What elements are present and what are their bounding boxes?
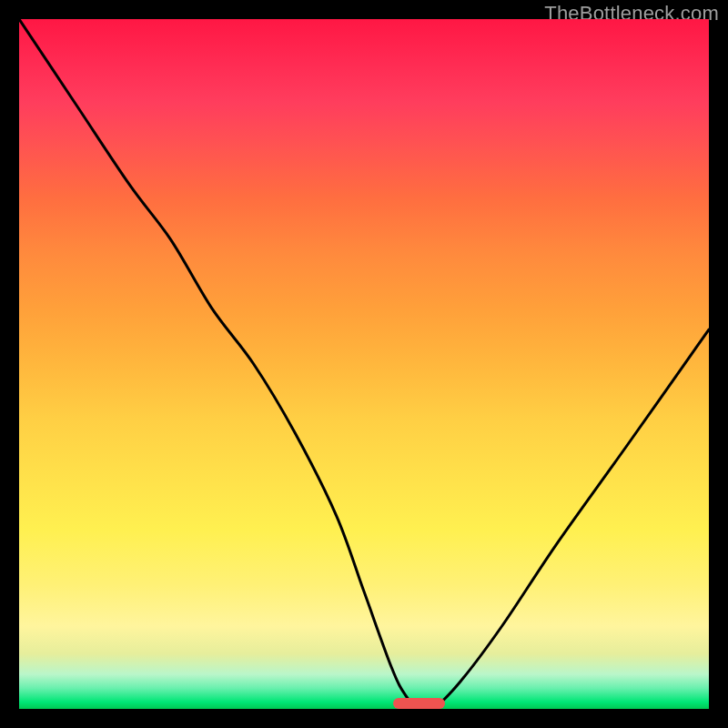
- chart-frame: TheBottleneck.com: [0, 0, 728, 728]
- bottleneck-curve: [19, 19, 709, 709]
- plot-area: [19, 19, 709, 709]
- curve-svg: [19, 19, 709, 709]
- optimum-marker: [393, 698, 445, 709]
